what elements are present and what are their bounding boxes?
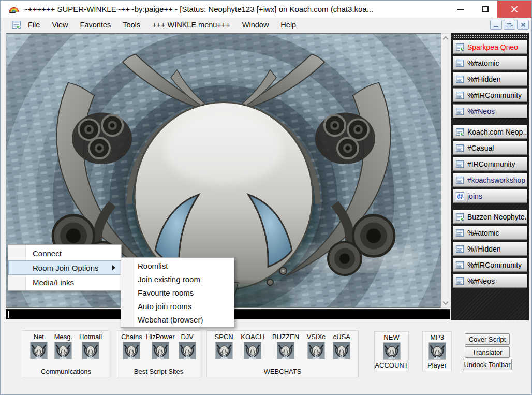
switchbar-button-channel[interactable]: #IRCommunity [453,157,527,171]
skull-icon[interactable] [383,342,401,360]
toolbar-item-label: Mesg. [54,333,72,341]
skull-icon[interactable] [152,342,169,359]
menubar-item-window[interactable]: Window [237,19,274,31]
switchbar-button-channel[interactable]: %#IRCommunity [453,88,527,102]
skull-icon[interactable] [244,342,261,359]
skull-icon[interactable] [333,342,350,359]
toolbar-item-mesg: Mesg. [54,333,72,359]
undock-toolbar-button[interactable]: Undock Toolbar [463,359,512,370]
toolbar-item-label: NEW [383,333,399,341]
skull-icon[interactable] [54,342,72,359]
skull-icon[interactable] [82,342,99,359]
text-caret [8,311,9,318]
minimize-button[interactable] [449,1,471,18]
menu-item-connect[interactable]: Connect [8,246,121,260]
switchbar-button-label: %#Hidden [467,75,501,83]
switchbar-button-channel[interactable]: #koachsworkshop [453,173,527,187]
switchbar-button-label: %#atomic [467,229,499,237]
menubar-item-winkle-menu[interactable]: +++ WINKLE menu+++ [147,19,235,31]
menubar-item-tools[interactable]: Tools [117,19,145,31]
toolbar-item-label: Chains [121,333,142,341]
submenu-item-label: Webchat (browser) [138,315,203,324]
toolbar-item-spcn: SPCN [215,333,233,359]
switchbar-button-label: %#Neos [467,107,495,115]
switchbar-button-channel[interactable]: %#atomic [453,56,527,70]
switchbar: Sparkpea Qneo %#atomic %#Hidden %#IRComm… [451,33,529,320]
toolbar-item-net: Net [30,333,48,359]
menubar: File View Favorites Tools +++ WINKLE men… [1,18,531,32]
submenu-item-favourite-rooms[interactable]: Favourite rooms [121,286,234,299]
channel-icon [456,144,464,152]
submenu-item-auto-join-rooms[interactable]: Auto join rooms [121,299,234,313]
switchbar-button-buzzen-status[interactable]: Buzzen Neophyte... [453,210,527,224]
submenu-item-join-existing-room[interactable]: Join existing room [121,272,234,286]
toolbar-item-label: Hotmail [79,333,102,341]
scroll-down-button[interactable] [441,298,450,307]
context-menu: Connect Room Join Options Media/Links [8,244,122,291]
toolbar-item-label: KOACH [241,333,264,341]
menu-item-room-join-options[interactable]: Room Join Options [8,260,121,275]
submenu-item-roomlist[interactable]: Roomlist [121,259,234,272]
maximize-icon [482,6,489,12]
toolbar-group-caption: Communications [23,368,109,375]
skull-icon[interactable] [307,342,325,359]
skull-icon[interactable] [277,342,294,359]
menubar-item-view[interactable]: View [47,19,73,31]
switchbar-button-label: Koach.com Neop... [467,128,527,136]
switchbar-grip[interactable] [453,34,527,38]
vertical-scrollbar[interactable] [441,33,450,308]
menubar-item-file[interactable]: File [23,19,45,31]
switchbar-button-label: #koachsworkshop [467,176,525,184]
room-join-submenu: Roomlist Join existing room Favourite ro… [121,257,234,328]
toolbar-group-communications: Net Mesg. Hotmail Communications [23,330,109,377]
switchbar-button-channel[interactable]: %#Neos [453,104,527,118]
submenu-item-label: Roomlist [138,261,168,270]
mdi-minimize-button[interactable] [490,20,502,30]
submenu-item-webchat-browser[interactable]: Webchat (browser) [121,313,234,326]
channel-icon [456,176,464,184]
menubar-item-help[interactable]: Help [275,19,301,31]
submenu-arrow-icon [112,265,115,270]
toolbar-group-caption: Best Script Sites [117,368,200,375]
switchbar-button-sparkpea-status[interactable]: Sparkpea Qneo [453,40,527,54]
skull-icon[interactable] [123,342,140,359]
mdi-close-button[interactable] [517,20,529,30]
scroll-up-button[interactable] [441,34,450,42]
switchbar-button-channel[interactable]: %#atomic [453,226,527,240]
menubar-item-favorites[interactable]: Favorites [75,19,116,31]
close-icon [510,5,519,13]
titlebar: ~++++++ SUPER-WINKLE~++~by:paige++ - [St… [1,1,531,18]
close-button[interactable] [497,1,531,18]
switchbar-button-channel[interactable]: #Casual [453,141,527,155]
submenu-item-label: Auto join rooms [138,302,191,311]
chevron-down-icon [442,299,448,304]
status-window-icon [456,43,464,51]
skull-icon[interactable] [428,342,446,360]
toolbar-item-hotmail: Hotmail [79,333,102,359]
skull-icon[interactable] [30,342,48,359]
maximize-button[interactable] [474,1,496,18]
minimize-icon [457,9,464,10]
switchbar-button-channel[interactable]: %#Hidden [453,242,527,256]
channel-icon [456,229,464,237]
cover-script-button[interactable]: Cover Script [465,333,510,345]
switchbar-button-joins[interactable]: @ joins [453,189,527,203]
skull-icon[interactable] [179,342,196,359]
switchbar-button-label: %#IRCommunity [467,261,522,269]
channel-icon [456,107,464,115]
window-title: ~++++++ SUPER-WINKLE~++~by:paige++ - [St… [23,5,373,13]
toolbar-group-mp3-player: MP3 Player [422,331,452,371]
chevron-up-icon [442,36,448,41]
switchbar-button-label: #IRCommunity [467,160,515,168]
translator-button[interactable]: Translator [465,346,510,358]
switchbar-button-channel[interactable]: %#IRCommunity [453,258,527,272]
skull-icon[interactable] [215,342,233,359]
switchbar-button-koach-status[interactable]: Koach.com Neop... [453,125,527,139]
submenu-item-label: Favourite rooms [138,288,194,297]
menu-item-media-links[interactable]: Media/Links [8,275,121,289]
toolbar-item-label: DJV [181,333,194,341]
mdi-restore-button[interactable] [504,20,515,30]
toolbar-item-chains: Chains [121,333,142,359]
switchbar-button-channel[interactable]: %#Neos [453,274,527,288]
switchbar-button-channel[interactable]: %#Hidden [453,72,527,86]
